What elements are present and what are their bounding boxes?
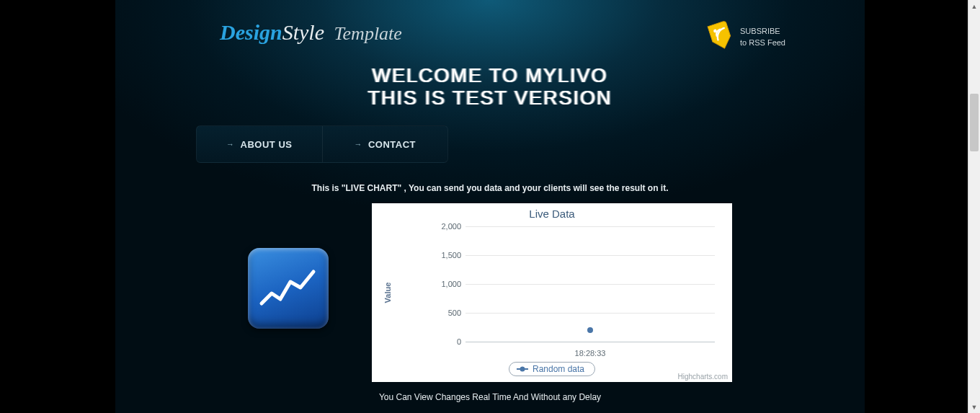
chart-ytick: 1,000 — [425, 280, 461, 288]
live-chart: Live Data Value 2,000 1,500 1,000 500 0 — [372, 203, 732, 382]
intro-text: This is "LIVE CHART" , You can send you … — [115, 183, 865, 193]
page-container: DesignStyle Template SUBSRIBE to RSS Fee… — [115, 0, 865, 413]
nav-contact-label: CONTACT — [368, 139, 416, 150]
rss-subscribe[interactable]: SUBSRIBE to RSS Feed — [708, 22, 785, 53]
arrow-right-icon: → — [226, 140, 235, 148]
logo-word-1: Design — [220, 20, 282, 44]
chart-xaxis — [466, 342, 715, 342]
scroll-thumb[interactable] — [970, 94, 979, 151]
chart-ytick: 500 — [425, 308, 461, 317]
outro-text: You Can View Changes Real Time And Witho… — [115, 392, 865, 402]
chart-datapoint[interactable] — [587, 327, 593, 333]
content-row: Live Data Value 2,000 1,500 1,000 500 0 — [115, 203, 865, 382]
scroll-up-icon[interactable]: ▲ — [968, 0, 980, 12]
nav-contact[interactable]: → CONTACT — [323, 126, 448, 162]
chart-ytick: 1,500 — [425, 251, 461, 259]
chart-gridline — [466, 313, 715, 314]
chart-xtick: 18:28:33 — [575, 349, 606, 358]
chart-ylabel: Value — [383, 283, 392, 303]
chart-credits-link[interactable]: Highcharts.com — [678, 373, 728, 381]
site-logo[interactable]: DesignStyle Template — [220, 20, 402, 45]
chart-title: Live Data — [372, 203, 732, 220]
hero-line2: THIS IS TEST VERSION — [115, 87, 865, 110]
logo-word-2: Style — [282, 20, 324, 44]
chart-ytick: 0 — [425, 337, 461, 346]
hero-line1: WELCOME TO MYLIVO — [115, 65, 865, 87]
window-scrollbar[interactable]: ▲ ▼ — [968, 0, 980, 413]
nav-about-us[interactable]: → ABOUT US — [197, 126, 323, 162]
nav-about-label: ABOUT US — [241, 139, 293, 150]
chart-gridline — [466, 284, 715, 285]
legend-label: Random data — [533, 364, 584, 374]
rss-line1: SUBSRIBE — [740, 26, 785, 37]
chart-ytick: 2,000 — [425, 222, 461, 231]
chart-plot-area: 2,000 1,500 1,000 500 0 18:28:33 — [466, 226, 715, 346]
chart-legend-item[interactable]: Random data — [509, 362, 595, 376]
rss-tag-icon — [708, 22, 733, 53]
chart-tile-icon — [248, 248, 329, 329]
chart-gridline — [466, 226, 715, 227]
logo-word-3: Template — [334, 23, 402, 44]
chart-gridline — [466, 255, 715, 256]
rss-text: SUBSRIBE to RSS Feed — [740, 26, 785, 48]
legend-marker-icon — [517, 368, 528, 370]
arrow-right-icon: → — [354, 140, 362, 148]
scroll-down-icon[interactable]: ▼ — [968, 401, 980, 413]
rss-line2: to RSS Feed — [740, 37, 785, 48]
main-nav: → ABOUT US → CONTACT — [196, 125, 448, 163]
